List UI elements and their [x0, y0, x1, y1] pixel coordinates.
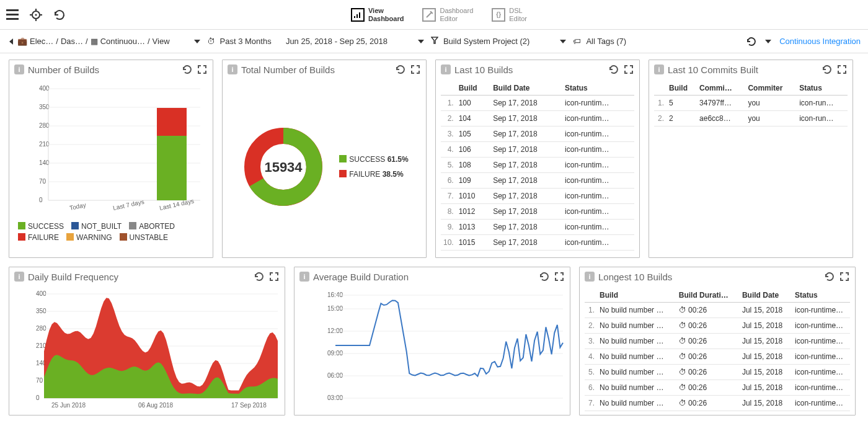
table-row[interactable]: 1.100Sep 17, 2018icon-runtim… [441, 96, 634, 111]
col-date[interactable]: Build Date [490, 81, 562, 96]
table-row[interactable]: 6.No build number …⏱ 00:26Jul 15, 2018ic… [585, 380, 850, 396]
table-row[interactable]: 4.No build number …⏱ 00:26Jul 15, 2018ic… [585, 349, 850, 365]
menu-icon[interactable] [6, 9, 19, 21]
expand-icon[interactable] [268, 271, 280, 282]
svg-rect-11 [359, 12, 360, 18]
expand-icon[interactable] [197, 64, 208, 75]
expand-icon[interactable] [554, 271, 565, 282]
info-icon[interactable]: i [299, 272, 309, 282]
svg-point-4 [35, 14, 37, 16]
ci-link[interactable]: Continuous Integration [779, 37, 861, 46]
svg-rect-2 [6, 18, 19, 20]
project-filter[interactable]: Build System Project (2) [443, 37, 529, 46]
col-status[interactable]: Status [797, 81, 848, 96]
info-icon[interactable]: i [654, 64, 664, 74]
refresh-icon[interactable] [824, 271, 835, 282]
refresh-icon[interactable] [254, 271, 265, 282]
tags-caret[interactable] [560, 40, 566, 43]
svg-text:70: 70 [39, 178, 46, 185]
bc2[interactable]: Das… [61, 37, 83, 46]
info-icon[interactable]: i [14, 272, 24, 282]
top-toolbar: ViewDashboard DashboardEditor {} DSLEdit… [0, 0, 868, 30]
table-row[interactable]: 8.No build number …⏱ 00:26Jul 15, 2018ic… [585, 411, 850, 415]
refresh-icon[interactable] [822, 64, 833, 75]
table-row[interactable]: 4.106Sep 17, 2018icon-runtim… [441, 142, 634, 158]
bc4: View [153, 37, 170, 46]
table-row[interactable]: 6.109Sep 17, 2018icon-runtim… [441, 173, 634, 189]
target-icon[interactable] [30, 9, 42, 21]
tag-icon: 🏷 [573, 37, 581, 46]
lg-notbuilt: NOT_BUILT [81, 222, 122, 231]
donut-chart: 15934 [240, 123, 327, 210]
svg-rect-0 [6, 9, 19, 11]
refresh-cycle-icon[interactable] [53, 9, 66, 21]
refresh-icon[interactable] [182, 64, 193, 75]
bc1[interactable]: Elec… [30, 37, 53, 46]
table-row[interactable]: 2.No build number …⏱ 00:26Jul 15, 2018ic… [585, 318, 850, 334]
table-row[interactable]: 1.No build number …⏱ 00:26Jul 15, 2018ic… [585, 303, 850, 318]
tab-dsl-editor[interactable]: {} DSLEditor [492, 7, 527, 22]
col-duration[interactable]: Build Durati… [676, 288, 740, 303]
info-icon[interactable]: i [441, 64, 451, 74]
refresh-icon[interactable] [608, 64, 619, 75]
period-caret[interactable] [194, 40, 200, 43]
svg-text:25 Jun 2018: 25 Jun 2018 [51, 402, 86, 409]
svg-text:06 Aug 2018: 06 Aug 2018 [138, 402, 174, 409]
ci-caret[interactable] [765, 40, 771, 43]
dashboard-grid: i Number of Builds 400350280 210140700 T… [0, 53, 868, 422]
tags-filter[interactable]: All Tags (7) [586, 37, 626, 46]
col-build[interactable]: Build [456, 81, 490, 96]
tab-dashboard-editor[interactable]: DashboardEditor [422, 7, 473, 22]
table-row[interactable]: 5.No build number …⏱ 00:26Jul 15, 2018ic… [585, 365, 850, 380]
table-row[interactable]: 7.No build number …⏱ 00:26Jul 15, 2018ic… [585, 396, 850, 411]
col-commit[interactable]: Commi… [697, 81, 745, 96]
col-status[interactable]: Status [792, 288, 850, 303]
table-row[interactable]: 3.105Sep 17, 2018icon-runtim… [441, 127, 634, 142]
table-row[interactable]: 5.108Sep 17, 2018icon-runtim… [441, 158, 634, 173]
table-row[interactable]: 2.2ae6cc8…youicon-run… [654, 111, 848, 127]
card-total-builds: i Total Number of Builds 15934 SUCCESS 6… [222, 60, 427, 258]
expand-icon[interactable] [836, 64, 848, 75]
refresh-icon[interactable] [395, 64, 406, 75]
tab-view-dashboard[interactable]: ViewDashboard [351, 7, 404, 22]
info-icon[interactable]: i [228, 64, 237, 74]
info-icon[interactable]: i [14, 64, 24, 74]
col-build[interactable]: Build [666, 81, 697, 96]
date-range: Jun 25, 2018 - Sep 25, 2018 [286, 37, 388, 46]
table-row[interactable]: 1.534797ff…youicon-run… [654, 96, 848, 111]
table-row[interactable]: 8.1012Sep 17, 2018icon-runtim… [441, 204, 634, 220]
col-status[interactable]: Status [562, 81, 634, 96]
table-row[interactable]: 10.1015Sep 17, 2018icon-runtim… [441, 235, 634, 251]
filter-bar: 💼 Elec…/ Das…/ ▦ Continuou…/ View ⏱ Past… [0, 30, 868, 53]
project-caret[interactable] [418, 40, 424, 43]
refresh-all-icon[interactable] [746, 36, 757, 47]
table-row[interactable]: 9.1013Sep 17, 2018icon-runtim… [441, 220, 634, 235]
expand-icon[interactable] [623, 64, 634, 75]
succ-pct: 61.5% [388, 155, 409, 164]
expand-icon[interactable] [839, 271, 850, 282]
table-row[interactable]: 2.104Sep 17, 2018icon-runtim… [441, 111, 634, 127]
lg-success: SUCCESS [28, 222, 64, 231]
back-icon[interactable] [9, 38, 13, 45]
card-avg-duration: i Average Build Duration 16:4015:0012:00… [294, 267, 570, 415]
col-date[interactable]: Build Date [740, 288, 792, 303]
last10-table: Build Build Date Status 1.100Sep 17, 201… [441, 81, 634, 251]
lg-aborted: ABORTED [139, 222, 175, 231]
period-label[interactable]: Past 3 Months [220, 37, 272, 46]
info-icon[interactable]: i [585, 272, 595, 282]
refresh-icon[interactable] [539, 271, 550, 282]
svg-text:0: 0 [36, 394, 40, 401]
col-committer[interactable]: Commiter [745, 81, 797, 96]
expand-icon[interactable] [410, 64, 421, 75]
breadcrumb[interactable]: 💼 Elec…/ Das…/ ▦ Continuou…/ View [7, 37, 170, 46]
tab-view-l1: View [368, 7, 384, 14]
bar-chart: 400350280 210140700 TodayLast 7 daysLast… [14, 81, 206, 218]
bc3[interactable]: Continuou… [100, 37, 145, 46]
line-chart: 16:4015:0012:00 09:0006:0003:00 [299, 288, 566, 409]
lg-failure: FAILURE [28, 233, 59, 242]
table-row[interactable]: 7.1010Sep 17, 2018icon-runtim… [441, 189, 634, 204]
table-row[interactable]: 3.No build number …⏱ 00:26Jul 15, 2018ic… [585, 334, 850, 349]
col-build[interactable]: Build [597, 288, 676, 303]
lg-failure-pct: FAILURE [349, 170, 380, 179]
svg-rect-28 [157, 108, 187, 136]
